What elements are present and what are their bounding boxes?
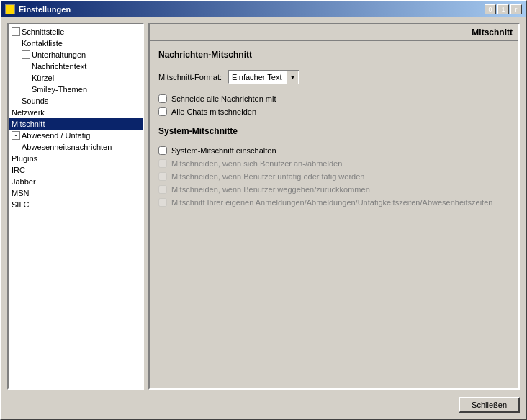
sidebar-item-plugins[interactable]: Plugins: [9, 153, 143, 164]
checkbox-alle-chats-input[interactable]: [158, 107, 167, 116]
maximize-button[interactable]: 1: [497, 4, 509, 14]
window-content: - Schnittstelle Kontaktliste - Unterhalt…: [1, 17, 526, 419]
checkbox-untaetig-label: Mitschneiden, wenn Benutzer untätig oder…: [171, 172, 364, 181]
sidebar-label-abwesend: Abwesend / Untätig: [22, 131, 90, 140]
expander-schnittstelle[interactable]: -: [12, 27, 20, 36]
sidebar-item-irc[interactable]: IRC: [9, 164, 143, 176]
panel-body: Nachrichten-Mitschnitt Mitschnitt-Format…: [150, 41, 518, 388]
close-dialog-button[interactable]: Schließen: [459, 397, 520, 413]
sidebar-label-plugins: Plugins: [12, 154, 37, 163]
system-section: System-Mitschnitte System-Mitschnitt ein…: [158, 126, 510, 207]
format-label: Mitschnitt-Format:: [158, 73, 222, 81]
panel-title: Mitschnitt: [472, 27, 513, 37]
main-area: - Schnittstelle Kontaktliste - Unterhalt…: [7, 23, 520, 390]
sidebar-item-abwesenheit[interactable]: Abwesenheitsnachrichten: [9, 141, 143, 153]
checkbox-schneide-label: Schneide alle Nachrichten mit: [171, 94, 276, 103]
sidebar-label-kontaktliste: Kontaktliste: [22, 39, 63, 48]
window-title: Einstellungen: [19, 5, 71, 14]
checkbox-weggehen: Mitschneiden, wenn Benutzer weggehen/zur…: [158, 185, 510, 194]
sidebar-item-nachrichtentext[interactable]: Nachrichtentext: [9, 61, 143, 72]
sidebar-item-smiley[interactable]: Smiley-Themen: [9, 84, 143, 95]
sidebar-label-sounds: Sounds: [22, 97, 48, 105]
checkbox-alle-chats: Alle Chats mitschneiden: [158, 107, 510, 116]
sidebar-item-schnittstelle[interactable]: - Schnittstelle: [9, 26, 143, 37]
close-button-title[interactable]: r: [510, 4, 522, 14]
expander-abwesend[interactable]: -: [12, 131, 20, 140]
title-bar-controls: 0 1 r: [485, 4, 522, 14]
main-window: Einstellungen 0 1 r - Schnittstelle Kont…: [0, 0, 527, 420]
format-dropdown[interactable]: Einfacher Text ▼: [228, 70, 299, 84]
checkbox-anmeldungen-label: Mitschnitt Ihrer eigenen Anmeldungen/Abm…: [171, 198, 492, 207]
checkbox-alle-chats-label: Alle Chats mitschneiden: [171, 107, 256, 116]
checkbox-system-ein-label: System-Mitschnitt einschalten: [171, 146, 276, 155]
sidebar-item-abwesend[interactable]: - Abwesend / Untätig: [9, 130, 143, 141]
checkbox-untaetig-input: [158, 172, 167, 181]
sidebar-item-kurzel[interactable]: Kürzel: [9, 72, 143, 84]
checkbox-anmeldungen: Mitschnitt Ihrer eigenen Anmeldungen/Abm…: [158, 198, 510, 207]
nachrichten-section: Nachrichten-Mitschnitt Mitschnitt-Format…: [158, 50, 510, 116]
sidebar-item-msn[interactable]: MSN: [9, 187, 143, 199]
system-title: System-Mitschnitte: [158, 126, 510, 136]
sidebar-item-jabber[interactable]: Jabber: [9, 176, 143, 187]
checkbox-schneide: Schneide alle Nachrichten mit: [158, 94, 510, 103]
sidebar-item-netzwerk[interactable]: Netzwerk: [9, 107, 143, 118]
checkbox-untaetig: Mitschneiden, wenn Benutzer untätig oder…: [158, 172, 510, 181]
right-panel: Mitschnitt Nachrichten-Mitschnitt Mitsch…: [148, 23, 520, 390]
sidebar-label-schnittstelle: Schnittstelle: [22, 27, 64, 36]
title-bar-text: Einstellungen: [5, 4, 71, 14]
app-icon: [5, 4, 15, 14]
checkbox-weggehen-input: [158, 185, 167, 194]
title-bar: Einstellungen 0 1 r: [1, 1, 526, 17]
checkbox-an-abmelden-input: [158, 159, 167, 168]
sidebar-label-unterhaltungen: Unterhaltungen: [32, 50, 86, 59]
sidebar-item-mitschnitt[interactable]: Mitschnitt: [9, 118, 143, 130]
sidebar-label-smiley: Smiley-Themen: [32, 85, 87, 94]
sidebar-label-nachrichtentext: Nachrichtentext: [32, 62, 86, 71]
sidebar-label-jabber: Jabber: [12, 177, 36, 186]
sidebar-label-netzwerk: Netzwerk: [12, 108, 45, 117]
expander-unterhaltungen[interactable]: -: [22, 50, 30, 59]
sidebar-item-sounds[interactable]: Sounds: [9, 95, 143, 107]
bottom-bar: Schließen: [7, 394, 520, 413]
minimize-button[interactable]: 0: [485, 4, 496, 14]
sidebar-label-mitschnitt: Mitschnitt: [12, 120, 45, 128]
checkbox-system-ein: System-Mitschnitt einschalten: [158, 146, 510, 155]
panel-header: Mitschnitt: [150, 24, 518, 41]
sidebar-item-unterhaltungen[interactable]: - Unterhaltungen: [9, 49, 143, 61]
checkbox-system-ein-input[interactable]: [158, 146, 167, 155]
sidebar-item-kontaktliste[interactable]: Kontaktliste: [9, 37, 143, 49]
checkbox-an-abmelden-label: Mitschneiden, wenn sich Benutzer an-/abm…: [171, 159, 342, 168]
format-row: Mitschnitt-Format: Einfacher Text ▼: [158, 70, 510, 84]
checkbox-anmeldungen-input: [158, 198, 167, 207]
sidebar-item-silc[interactable]: SILC: [9, 199, 143, 210]
sidebar-label-msn: MSN: [12, 189, 29, 197]
checkbox-schneide-input[interactable]: [158, 94, 167, 103]
format-value: Einfacher Text: [229, 73, 287, 81]
dropdown-arrow-icon[interactable]: ▼: [287, 71, 298, 84]
checkbox-an-abmelden: Mitschneiden, wenn sich Benutzer an-/abm…: [158, 159, 510, 168]
sidebar-label-abwesenheit: Abwesenheitsnachrichten: [22, 143, 112, 151]
sidebar-label-silc: SILC: [12, 200, 29, 209]
sidebar-label-irc: IRC: [12, 166, 25, 174]
nachrichten-title: Nachrichten-Mitschnitt: [158, 50, 510, 60]
checkbox-weggehen-label: Mitschneiden, wenn Benutzer weggehen/zur…: [171, 185, 370, 194]
sidebar: - Schnittstelle Kontaktliste - Unterhalt…: [7, 23, 144, 390]
sidebar-label-kurzel: Kürzel: [32, 73, 54, 82]
